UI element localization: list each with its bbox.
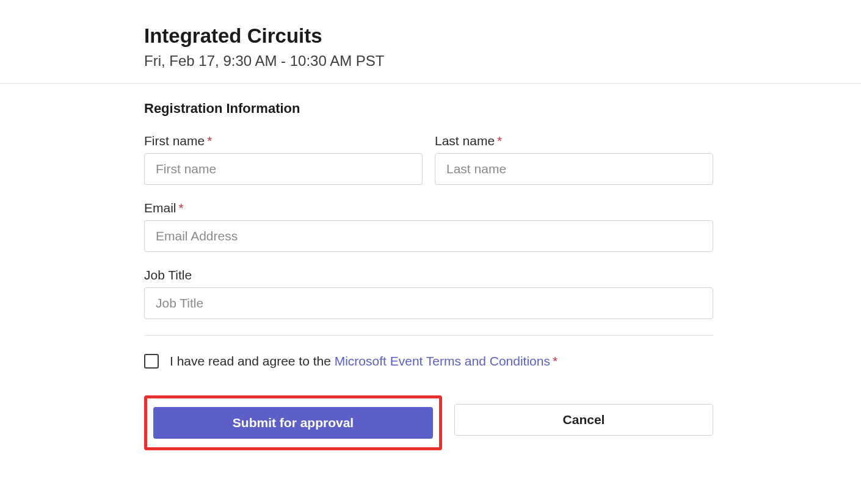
first-name-field: First name*	[144, 134, 423, 185]
first-name-label-text: First name	[144, 134, 205, 148]
submit-highlight: Submit for approval	[144, 395, 442, 450]
job-title-label: Job Title	[144, 268, 713, 283]
email-label: Email*	[144, 201, 713, 215]
required-marker: *	[179, 201, 184, 215]
email-label-text: Email	[144, 201, 176, 215]
consent-required-marker: *	[553, 354, 558, 368]
terms-link[interactable]: Microsoft Event Terms and Conditions	[335, 354, 550, 368]
registration-form: Registration Information First name* Las…	[0, 84, 713, 475]
consent-prefix: I have read and agree to the	[170, 354, 335, 368]
last-name-label-text: Last name	[435, 134, 495, 148]
submit-button[interactable]: Submit for approval	[153, 407, 433, 439]
first-name-label: First name*	[144, 134, 423, 148]
required-marker: *	[497, 134, 502, 148]
last-name-label: Last name*	[435, 134, 713, 148]
email-field: Email*	[144, 201, 713, 252]
event-title: Integrated Circuits	[144, 24, 861, 48]
form-divider	[144, 335, 713, 336]
consent-row: I have read and agree to the Microsoft E…	[144, 354, 713, 369]
last-name-field: Last name*	[435, 134, 713, 185]
job-title-field: Job Title	[144, 268, 713, 319]
consent-text: I have read and agree to the Microsoft E…	[170, 354, 558, 369]
last-name-input[interactable]	[435, 153, 713, 185]
job-title-input[interactable]	[144, 287, 713, 319]
consent-checkbox[interactable]	[144, 354, 159, 369]
button-row: Submit for approval Cancel	[144, 395, 713, 450]
section-heading: Registration Information	[144, 101, 713, 117]
cancel-button[interactable]: Cancel	[454, 404, 713, 436]
required-marker: *	[207, 134, 212, 148]
email-input[interactable]	[144, 220, 713, 252]
event-datetime: Fri, Feb 17, 9:30 AM - 10:30 AM PST	[144, 52, 861, 70]
first-name-input[interactable]	[144, 153, 423, 185]
event-header: Integrated Circuits Fri, Feb 17, 9:30 AM…	[0, 0, 861, 84]
